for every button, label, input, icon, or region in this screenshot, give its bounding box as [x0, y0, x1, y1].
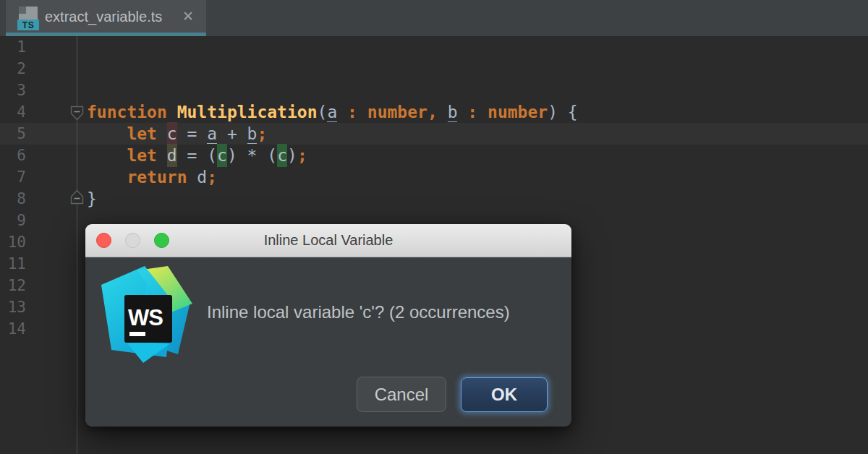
line-number: 14 [0, 318, 26, 340]
fold-marker-collapse-top-icon[interactable] [70, 106, 84, 121]
ts-badge: TS [17, 20, 39, 30]
editor-tab-bar: TS extract_variable.ts ✕ [0, 0, 868, 36]
code-line-6: let d = (c) * (c); [87, 145, 307, 166]
tab-title: extract_variable.ts [45, 0, 162, 33]
line-number: 5 [0, 123, 26, 145]
line-number: 11 [0, 253, 26, 275]
line-number: 2 [0, 58, 26, 80]
line-number: 1 [0, 36, 26, 58]
tab-close-icon[interactable]: ✕ [182, 0, 194, 33]
dialog-message: Inline local variable 'c'? (2 occurrence… [207, 302, 564, 322]
gutter-separator [77, 36, 77, 454]
close-traffic-light[interactable] [96, 233, 111, 248]
line-number: 10 [0, 231, 26, 253]
line-number: 4 [0, 101, 26, 123]
line-number: 8 [0, 188, 26, 210]
line-number: 7 [0, 166, 26, 188]
code-line-5: let c = a + b; [87, 123, 267, 145]
code-line-7: return d; [87, 166, 217, 188]
line-number: 3 [0, 80, 26, 101]
minimize-traffic-light[interactable] [125, 233, 140, 248]
tab-extract-variable-ts[interactable]: TS extract_variable.ts ✕ [6, 0, 206, 36]
line-number: 9 [0, 210, 26, 231]
file-fold-corner [19, 7, 26, 14]
typescript-file-icon: TS [17, 6, 39, 30]
code-line-8: } [87, 188, 97, 210]
line-number: 12 [0, 275, 26, 296]
cancel-button[interactable]: Cancel [357, 377, 446, 412]
active-tab-indicator [6, 33, 206, 36]
svg-text:WS: WS [128, 305, 163, 330]
ok-button[interactable]: OK [461, 377, 548, 412]
code-line-4: function Multiplication(a : number, b : … [87, 101, 578, 123]
dialog-body: WS Inline local variable 'c'? (2 occurre… [85, 257, 571, 427]
zoom-traffic-light[interactable] [154, 233, 169, 248]
line-number: 6 [0, 145, 26, 166]
inline-local-variable-dialog: Inline Local Variable WS Inli [85, 224, 571, 427]
webstorm-logo: WS [97, 265, 195, 363]
line-number: 13 [0, 296, 26, 318]
fold-marker-collapse-bottom-icon[interactable] [70, 189, 84, 205]
dialog-title-bar[interactable]: Inline Local Variable [85, 224, 571, 257]
